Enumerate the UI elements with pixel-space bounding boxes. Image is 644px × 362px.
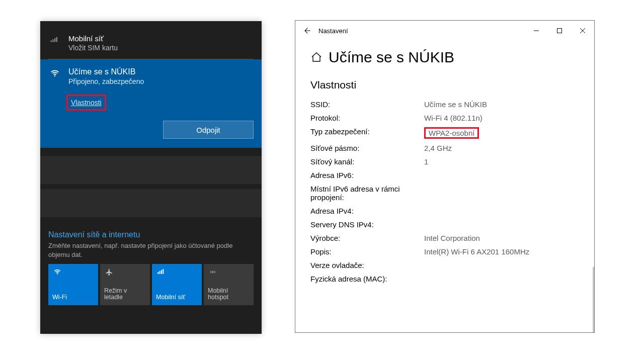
page-title: Učíme se s NÚKIB — [329, 49, 454, 66]
v-ssid: Učíme se s NÚKIB — [424, 100, 579, 109]
k-driver: Verze ovladače: — [310, 261, 421, 269]
k-protocol: Protokol: — [310, 114, 421, 122]
wifi-status: Připojeno, zabezpečeno — [68, 77, 144, 85]
wifi-ssid: Učíme se s NÚKIB — [68, 67, 144, 76]
svg-rect-6 — [157, 272, 158, 274]
network-flyout: Mobilní síť Vložit SIM kartu Učíme se s … — [40, 21, 262, 334]
cellular-icon — [156, 268, 198, 278]
back-button[interactable] — [295, 21, 318, 41]
cellular-row[interactable]: Mobilní síť Vložit SIM kartu — [48, 28, 254, 59]
v-driver — [424, 261, 579, 269]
svg-point-5 — [57, 274, 58, 275]
svg-rect-7 — [159, 271, 160, 274]
v-channel: 1 — [424, 157, 579, 166]
scrollbar[interactable] — [593, 267, 594, 332]
v-dns — [424, 220, 579, 229]
svg-point-4 — [54, 75, 56, 77]
v-description: Intel(R) Wi-Fi 6 AX201 160MHz — [424, 247, 579, 256]
tile-wifi[interactable]: Wi-Fi — [48, 264, 98, 305]
k-mac: Fyzická adresa (MAC): — [310, 275, 421, 283]
svg-rect-1 — [52, 39, 53, 42]
wifi-properties-link[interactable]: Vlastnosti — [69, 97, 104, 108]
k-band: Síťové pásmo: — [310, 144, 421, 152]
network-item-placeholder[interactable] — [40, 156, 262, 184]
maximize-button[interactable] — [548, 21, 571, 41]
v-band: 2,4 GHz — [424, 144, 579, 152]
cellular-title: Mobilní síť — [68, 34, 118, 43]
cellular-subtitle: Vložit SIM kartu — [68, 44, 118, 52]
k-description: Popis: — [310, 247, 421, 256]
wifi-icon — [52, 268, 94, 278]
v-ipv6-local — [424, 185, 579, 202]
tile-airplane[interactable]: Režim v letadle — [100, 264, 150, 305]
k-security: Typ zabezpečení: — [310, 127, 421, 139]
properties-grid: SSID: Učíme se s NÚKIB Protokol: Wi-Fi 4… — [310, 100, 579, 283]
v-ipv6 — [424, 171, 579, 179]
svg-rect-12 — [557, 29, 562, 33]
titlebar: Nastavení — [295, 21, 594, 41]
settings-window: Nastavení Učíme se s NÚKIB Vlastnosti SS… — [295, 20, 595, 333]
k-channel: Síťový kanál: — [310, 157, 421, 166]
tile-label: Wi-Fi — [52, 294, 94, 301]
disconnect-button[interactable]: Odpojit — [163, 121, 254, 139]
k-ipv6: Adresa IPv6: — [310, 171, 421, 179]
flyout-footer: Nastavení sítě a internetu Změňte nastav… — [40, 224, 262, 310]
footer-heading[interactable]: Nastavení sítě a internetu — [48, 230, 254, 239]
tile-cellular[interactable]: Mobilní síť — [152, 264, 202, 305]
k-ipv6-local: Místní IPv6 adresa v rámci propojení: — [310, 185, 421, 202]
k-ssid: SSID: — [310, 100, 421, 109]
settings-content: Učíme se s NÚKIB Vlastnosti SSID: Učíme … — [295, 41, 594, 332]
flyout-body: Mobilní síť Vložit SIM kartu Učíme se s … — [40, 21, 262, 334]
svg-rect-9 — [163, 269, 164, 274]
hotspot-icon — [208, 268, 250, 278]
security-highlight: WPA2-osobní — [424, 127, 479, 139]
tile-hotspot[interactable]: Mobilní hotspot — [204, 264, 254, 305]
page-heading: Učíme se s NÚKIB — [310, 49, 579, 66]
v-ipv4 — [424, 207, 579, 215]
svg-rect-3 — [56, 37, 57, 42]
home-icon[interactable] — [310, 51, 323, 63]
k-manufacturer: Výrobce: — [310, 234, 421, 242]
tile-label: Režim v letadle — [104, 288, 146, 302]
close-button[interactable] — [571, 21, 594, 41]
section-heading: Vlastnosti — [310, 79, 579, 91]
svg-point-10 — [212, 272, 214, 273]
v-security: WPA2-osobní — [424, 127, 579, 139]
quick-tiles: Wi-Fi Režim v letadle Mobilní síť — [48, 264, 254, 305]
k-dns: Servery DNS IPv4: — [310, 220, 421, 229]
tile-label: Mobilní síť — [156, 294, 198, 301]
connected-wifi-row[interactable]: Učíme se s NÚKIB Připojeno, zabezpečeno … — [40, 59, 262, 148]
footer-sub: Změňte nastavení, např. nastavte připoje… — [48, 241, 254, 259]
k-ipv4: Adresa IPv4: — [310, 207, 421, 215]
wifi-secure-icon — [48, 68, 61, 78]
window-buttons — [525, 21, 594, 41]
properties-link-highlight: Vlastnosti — [66, 95, 106, 111]
window-title: Nastavení — [318, 27, 348, 35]
v-manufacturer: Intel Corporation — [424, 234, 579, 242]
svg-rect-0 — [51, 41, 52, 42]
network-item-placeholder[interactable] — [40, 189, 262, 217]
airplane-icon — [104, 268, 146, 278]
v-mac — [424, 275, 579, 283]
cellular-signal-icon — [48, 35, 61, 44]
svg-rect-2 — [54, 38, 55, 42]
tile-label: Mobilní hotspot — [208, 288, 250, 302]
svg-rect-8 — [161, 270, 162, 274]
v-protocol: Wi-Fi 4 (802.11n) — [424, 114, 579, 122]
minimize-button[interactable] — [525, 21, 548, 41]
